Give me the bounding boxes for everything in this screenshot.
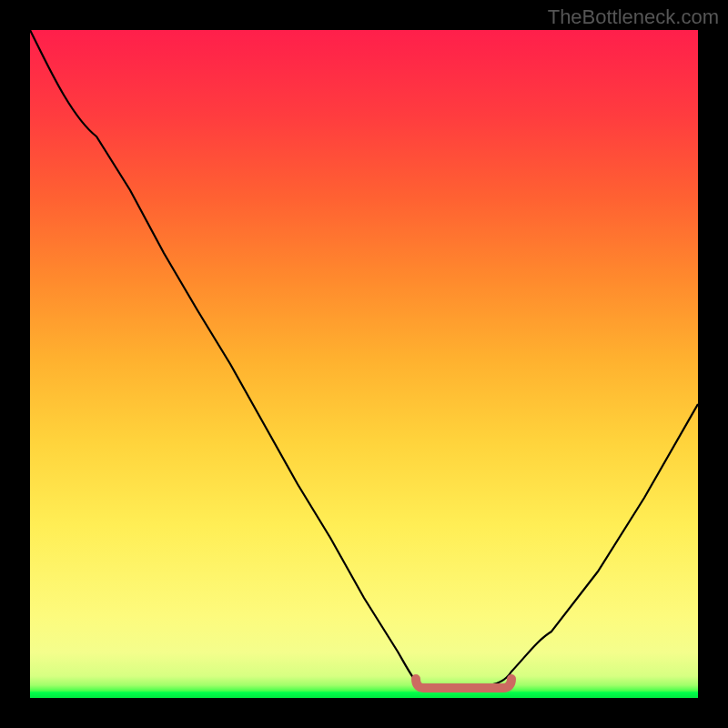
optimal-flat-region-marker xyxy=(416,679,511,688)
bottleneck-curve xyxy=(30,30,698,686)
bottleneck-curve-svg xyxy=(30,30,698,698)
plot-area xyxy=(30,30,698,698)
chart-frame: TheBottleneck.com xyxy=(0,0,728,728)
watermark-text: TheBottleneck.com xyxy=(548,5,719,29)
